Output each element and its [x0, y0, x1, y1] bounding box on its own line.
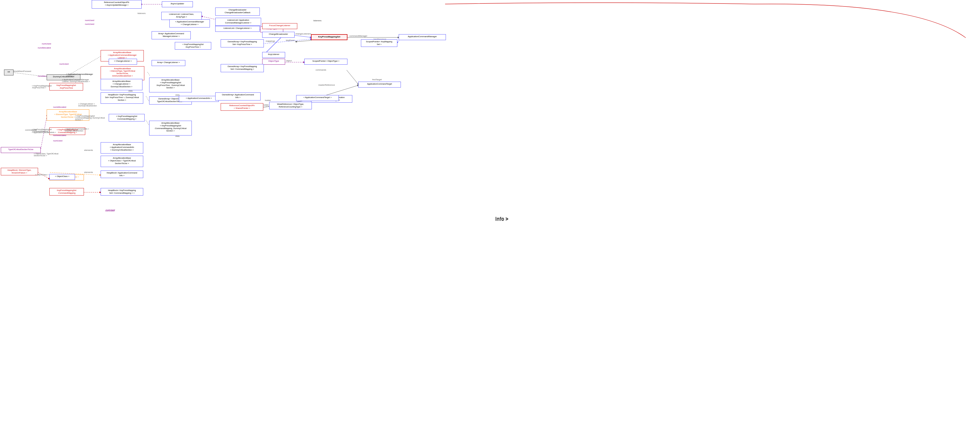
label-appcommandmanager-listener2: < ApplicationCommandManagerListener, Dum…: [62, 79, 90, 82]
svg-text:elements: elements: [84, 149, 93, 151]
label-numusedx-bottom: numUsed: [105, 209, 115, 212]
label-keypressmappingset-commandmapping-dummycriticalsection: < KeyPressMappingSet:CommandMapping, Dum…: [75, 115, 105, 121]
svg-text:mappings: mappings: [266, 40, 275, 42]
svg-text:numUsed: numUsed: [42, 43, 51, 45]
node-keypressmappingset-commandmapping-box: < KeyPressMappingSet:CommandMapping >: [109, 114, 145, 122]
node-keypressmappingset: KeyPressMappingSet: [311, 34, 347, 40]
node-listenerlist-arraytype: ListenerList< ListenerClass,ArrayType >: [161, 12, 202, 20]
node-array-appcommandmanagerlistener: Array< ApplicationCommandManagerListener…: [151, 31, 191, 39]
node-array-changelistener: Array< ChangeListener >: [151, 60, 185, 66]
svg-line-9: [294, 35, 312, 38]
node-appcommandmanager-changelistener: < ApplicationCommandManager< ChangeListe…: [169, 19, 210, 27]
svg-line-15: [295, 40, 312, 42]
node-keypressmappingset-keypresstime-small: < KeyPressMappingSet:KeyPressTime >: [175, 42, 211, 49]
svg-text:elements: elements: [84, 171, 93, 173]
node-applicationcommandinfo-left: < ApplicationCommandInfo >: [179, 96, 219, 102]
svg-text:listeners: listeners: [138, 12, 146, 14]
svg-text:changeListeners: changeListeners: [295, 33, 311, 35]
node-ownedarray-commandmapping: OwnedArray< KeyPressMappingSet< CommandM…: [221, 64, 264, 72]
svg-text:commandManager: commandManager: [349, 35, 368, 37]
label-keypressmappingset-keypresstime-left: < KeyPressMappingSet:KeyPressTime >: [32, 85, 51, 89]
svg-text:masterReference: masterReference: [318, 84, 335, 86]
label-appcommandmanager-listener: < ApplicationCommandManagerListener >: [66, 73, 93, 77]
svg-line-25: [347, 70, 359, 85]
svg-text:object: object: [286, 60, 292, 62]
svg-text:holder: holder: [265, 99, 271, 101]
node-ownedarray-applicationcommandinfo: OwnedArray< ApplicationCommandInfo >: [215, 92, 261, 100]
svg-line-22: [12, 73, 47, 77]
diagram-arrows: activeMessage listeners broadcastCallbac…: [0, 0, 980, 431]
node-heapblock-elementtype-throwonfailure: HeapBlock< ElementType,throwOnFailure >: [1, 168, 38, 175]
node-arrayallocbase-applicationcommandinfo: ArrayAllocationBase< ApplicationCommandI…: [100, 142, 143, 154]
svg-line-39: [147, 71, 150, 75]
node-arrayallocbase-elementtype: ArrayAllocationBase< ElementType, TypeOf…: [100, 66, 144, 80]
label-applicationcommandinfo-dummycriticalsection: < ApplicationCommandInfo >DummyCriticalS…: [65, 128, 89, 132]
node-keypressmappingset-keypresstime-red: KeyPressMappingSet.KeyPressTime: [49, 83, 83, 90]
svg-text:numUsed: numUsed: [85, 19, 94, 22]
svg-text:numAllocated: numAllocated: [38, 47, 51, 49]
node-listenerlist-changelistener: ListenerList< ChangeListener >: [215, 26, 260, 32]
node-arrayallocbase-keypressmappingset-keypresstime: ArrayAllocationBase< KeyPressMappingSet:…: [149, 78, 192, 92]
label-info-arrow: Info >: [495, 216, 509, 222]
node-refcounted-sharedpointer: ReferenceCountedObjectPtr< SharedPointer…: [221, 103, 263, 111]
node-changebroadcaster2: ChangeBroadcaster: [262, 32, 294, 38]
node-objecttype: ObjectType: [262, 59, 285, 65]
svg-text:keyDown: keyDown: [286, 39, 295, 41]
svg-text:numUsed: numUsed: [59, 63, 68, 65]
label-keypressmappingset-commandmapping-left: < KeyPressMappingSet:CommandMapping >: [32, 128, 51, 132]
label-objectclass-lowerleft: < ObjectClass >: [35, 174, 49, 176]
node-scopedpointer-keypressmappingset: ScopedPointer< KeyMappingSet >: [361, 39, 397, 47]
node-listenerlist-commandmanager: ListenerList< ApplicationCommandManagerL…: [215, 18, 261, 26]
node-asyncupdater: AsyncUpdater: [162, 2, 193, 7]
diagram-canvas: activeMessage listeners broadcastCallbac…: [0, 0, 980, 431]
svg-text:numUsed: numUsed: [85, 23, 94, 25]
node-refcounted-async: ReferenceCountedObjectPtr< AsyncUpdateMe…: [92, 0, 142, 9]
node-applicationcommandtarget2: < ApplicationCommandTarget >: [296, 95, 339, 101]
node-appcommandmanager-right: ApplicationCommandManager: [399, 34, 446, 40]
svg-text:firstTarget: firstTarget: [372, 78, 382, 81]
node-changelistener-box: < ChangeListener >: [109, 59, 137, 65]
node-scopedpointer-objecttype: ScopedPointer< ObjectType >: [304, 59, 347, 65]
node-keylistener: KeyListener: [262, 52, 285, 58]
node-heapblock-keypressmappingset-keypresstime: HeapBlock< KeyPressMappingSet< KeyPressT…: [100, 92, 143, 104]
svg-text:numUsed: numUsed: [53, 139, 62, 142]
node-keypressmappingset-commandmapping-lower: KeyPressMappingSet.CommandMapping: [49, 188, 84, 196]
node-applicationcommandtarget: ApplicationCommandTarget: [358, 82, 401, 87]
node-typeofcriticalsectiontouse: TypeOfCriticalSectionToUse: [1, 147, 41, 153]
label-listeners-top: listeners: [313, 19, 321, 22]
node-heapblock-keypressmappingset-commandmapping: HeapBlock< KeyPressMappingSet< CommandMa…: [100, 188, 143, 196]
svg-text:timeWhenPressed: timeWhenPressed: [13, 70, 31, 73]
svg-line-33: [263, 106, 270, 107]
node-int: int: [4, 70, 13, 75]
node-arrayallocbase-objectclass: ArrayAllocationBase< ObjectClass > TypeO…: [100, 156, 143, 167]
node-changebroadcaster-main: ChangeBroadcasterChangeBroadcasterCallba…: [215, 8, 260, 16]
node-arrayallocbase-changelistener-dummycriticalsection: ArrayAllocationBase< ChangeListener >Dum…: [100, 79, 142, 90]
svg-line-20: [263, 39, 312, 44]
svg-text:numAllocated: numAllocated: [53, 106, 66, 108]
svg-text:commands: commands: [316, 69, 326, 71]
svg-line-37: [38, 172, 50, 179]
node-heapblock-applicationcommandinfo: HeapBlock< ApplicationCommandInfo >: [100, 171, 143, 178]
label-changelistener-dummycriticalsection: < ChangeListener >DummyCriticalSection: [78, 103, 97, 107]
node-focuschangelistener: FocusChangeListener: [262, 23, 297, 29]
node-weakreference-objecttype: WeakReference< ObjectType,ReferenceCount…: [269, 102, 312, 109]
node-objectclass-lower: < ObjectClass >: [49, 174, 75, 180]
node-arrayallocbase-keypressmappingset-commandmapping: ArrayAllocationBase< KeyPressMappingSet:…: [149, 121, 192, 136]
node-ownedarray-keypressmappingset-keypresstime: OwnedArray< KeyPressMappingSet< KeyPress…: [221, 39, 264, 48]
label-objectclass-typeofcriticalsectiontouse: < ObjectClass, TypeOfCriticalSectionToUs…: [34, 153, 59, 157]
